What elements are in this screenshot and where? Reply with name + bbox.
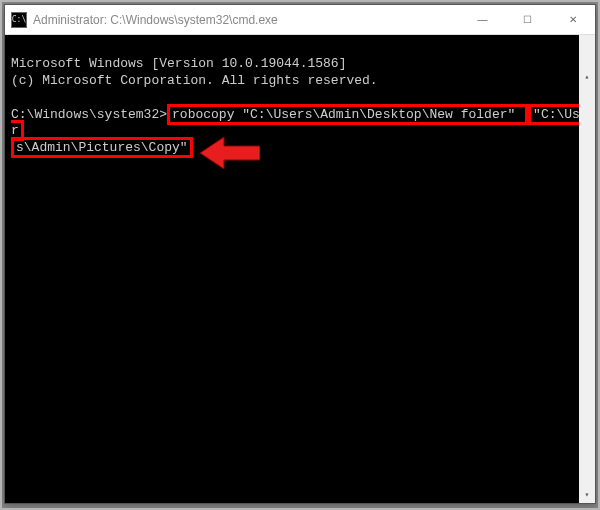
window-title: Administrator: C:\Windows\system32\cmd.e… [33, 13, 460, 27]
terminal-line: (c) Microsoft Corporation. All rights re… [11, 73, 378, 88]
scrollbar[interactable]: ▴ ▾ [579, 35, 595, 503]
window-controls: — ☐ ✕ [460, 5, 595, 34]
prompt: C:\Windows\system32> [11, 107, 167, 122]
scroll-down-button[interactable]: ▾ [579, 487, 595, 503]
terminal-area[interactable]: Microsoft Windows [Version 10.0.19044.15… [5, 35, 595, 503]
maximize-button[interactable]: ☐ [505, 5, 550, 34]
cmd-window: C:\ Administrator: C:\Windows\system32\c… [4, 4, 596, 504]
command-highlight-1: robocopy "C:\Users\Admin\Desktop\New fol… [167, 104, 528, 125]
command-highlight-2b: s\Admin\Pictures\Copy" [11, 137, 193, 158]
svg-marker-0 [200, 137, 260, 169]
titlebar[interactable]: C:\ Administrator: C:\Windows\system32\c… [5, 5, 595, 35]
close-button[interactable]: ✕ [550, 5, 595, 34]
terminal-line: Microsoft Windows [Version 10.0.19044.15… [11, 56, 346, 71]
minimize-button[interactable]: — [460, 5, 505, 34]
arrow-annotation-icon [200, 133, 260, 173]
cmd-icon: C:\ [11, 12, 27, 28]
scroll-up-button[interactable]: ▴ [579, 69, 595, 85]
